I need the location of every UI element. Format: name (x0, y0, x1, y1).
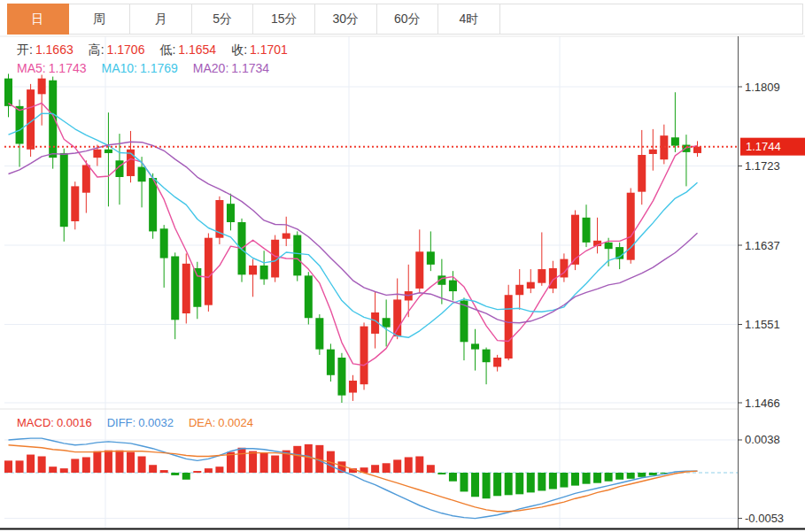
candle-up (182, 264, 190, 313)
macd-bar-down (583, 473, 591, 484)
candle-up (638, 155, 646, 192)
candle-up (71, 186, 79, 221)
candle-down (327, 350, 335, 375)
macd-bar-up (215, 466, 223, 473)
macd-bar-up (16, 460, 24, 473)
candle-up (493, 358, 501, 366)
legend-item: 收:1.1701 (231, 42, 288, 57)
macd-bar-up (205, 468, 213, 473)
macd-bar-down (560, 473, 568, 488)
candle-down (171, 257, 179, 320)
macd-bar-down (638, 473, 646, 477)
macd-bar-down (471, 473, 479, 497)
candle-down (305, 275, 313, 318)
tab-timeframe-7[interactable]: 60分 (377, 4, 439, 34)
legend-item: MA5:1.1743 (17, 61, 87, 75)
legend-item: 高:1.1706 (89, 42, 145, 57)
candle-down (138, 167, 146, 182)
tab-timeframe-3[interactable]: 月 (130, 4, 192, 34)
macd-bar-up (260, 453, 268, 473)
tab-timeframe-6[interactable]: 30分 (315, 4, 377, 34)
candle-down (260, 266, 268, 280)
macd-bar-up (93, 451, 101, 473)
ma-legend: MA5:1.1743MA10:1.1769MA20:1.1734 (17, 61, 284, 75)
macd-bar-up (149, 465, 157, 473)
ohlc-legend: 开:1.1663高:1.1706低:1.1654收:1.1701 (17, 42, 303, 58)
macd-bar-up (271, 456, 279, 473)
macd-bar-up (82, 457, 90, 473)
macd-bar-down (182, 473, 190, 480)
candle-up (660, 135, 668, 159)
candle-down (427, 251, 435, 265)
candle-down (337, 358, 345, 396)
candle-down (227, 204, 235, 222)
candle-up (38, 79, 46, 95)
macd-bar-down (593, 473, 601, 483)
macd-bar-up (138, 456, 146, 473)
macd-bar-down (437, 473, 445, 474)
candle-up (82, 165, 90, 192)
chart-window: 1.18091.17231.16371.15511.14660.0038-0.0… (0, 0, 805, 532)
macd-bar-down (615, 473, 623, 480)
legend-item: MA20:1.1734 (193, 61, 269, 75)
macd-bar-down (449, 473, 457, 482)
candle-down (16, 106, 24, 144)
macd-legend: MACD:0.0016DIFF:0.0032DEA:0.0024 (17, 416, 268, 429)
macd-bar-down (505, 473, 513, 495)
candle-down (483, 350, 491, 363)
tab-timeframe-1[interactable]: 日 (7, 4, 69, 35)
legend-item: DEA:0.0024 (189, 416, 253, 429)
macd-bar-up (405, 457, 413, 473)
candle-up (538, 269, 546, 283)
macd-bar-up (115, 451, 123, 473)
price-axis-label: 1.1466 (745, 397, 780, 410)
candle-up (360, 327, 368, 385)
candle-down (671, 137, 679, 145)
tab-timeframe-8[interactable]: 4时 (438, 4, 500, 34)
candle-down (293, 235, 301, 276)
candle-down (449, 281, 457, 291)
macd-bar-up (49, 466, 57, 473)
candle-up (515, 285, 523, 295)
candle-up (349, 381, 357, 393)
macd-bar-up (193, 471, 201, 473)
candle-up (693, 147, 701, 153)
macd-bar-down (549, 473, 557, 490)
candle-up (505, 295, 513, 359)
macd-bar-up (27, 455, 35, 473)
candle-up (415, 251, 423, 289)
legend-item: MA10:1.1769 (102, 61, 178, 75)
candle-up (249, 266, 257, 274)
candle-down (315, 318, 323, 349)
macd-bar-down (527, 473, 535, 492)
macd-bar-up (427, 465, 435, 473)
current-price-tag-label: 1.1744 (746, 140, 781, 153)
macd-bar-up (415, 456, 423, 473)
macd-bar-up (393, 459, 401, 473)
tab-timeframe-2[interactable]: 周 (69, 4, 131, 34)
macd-bar-up (4, 460, 12, 473)
candle-down (193, 268, 201, 307)
macd-bar-up (104, 451, 112, 473)
macd-bar-down (460, 473, 468, 491)
macd-bar-down (538, 473, 546, 490)
candle-down (60, 153, 68, 227)
macd-bar-up (371, 465, 379, 473)
legend-item: DIFF:0.0032 (107, 416, 174, 429)
tab-timeframe-5[interactable]: 15分 (253, 4, 315, 34)
macd-axis-label: -0.0053 (745, 512, 784, 525)
candlestick-chart[interactable]: 1.18091.17231.16371.15511.14660.0038-0.0… (0, 0, 805, 532)
price-axis-label: 1.1723 (745, 159, 780, 173)
macd-bar-up (127, 452, 135, 473)
candle-down (583, 218, 591, 243)
tab-timeframe-4[interactable]: 5分 (192, 4, 254, 34)
legend-item: 开:1.1663 (17, 42, 74, 57)
candle-up (283, 233, 290, 238)
macd-bar-up (293, 446, 301, 473)
candle-down (383, 318, 391, 327)
candle-up (649, 150, 657, 154)
macd-bar-up (38, 456, 46, 473)
macd-bar-down (649, 473, 657, 475)
candle-down (4, 79, 12, 106)
macd-bar-down (483, 473, 491, 498)
